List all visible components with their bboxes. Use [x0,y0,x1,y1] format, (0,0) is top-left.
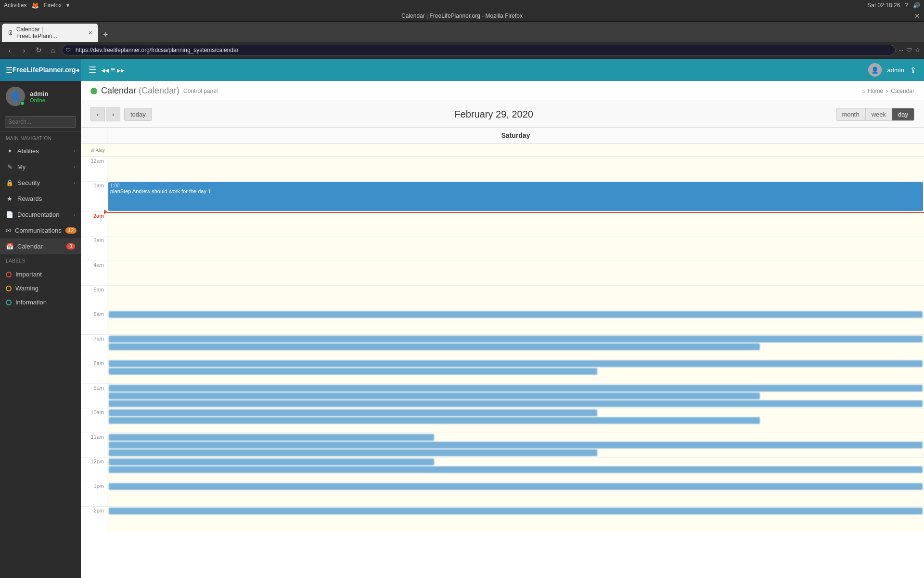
day-cell-9am[interactable] [107,384,924,408]
sidebar-item-documentation[interactable]: 📄 Documentation ‹ [0,207,81,223]
day-cell-6am[interactable] [107,310,924,334]
sidebar-item-calendar[interactable]: 📅 Calendar 3 [0,238,81,254]
new-tab-button[interactable]: + [99,28,112,42]
label-warning[interactable]: Warning [0,281,81,295]
day-cell-2am[interactable] [107,212,924,236]
day-cell-8am[interactable] [107,359,924,383]
day-cell-5am[interactable] [107,286,924,310]
calendar-event-1am[interactable]: 1:00 planStep Andrew should work for the… [108,182,923,211]
volume-icon[interactable]: 🔊 [913,2,920,9]
tab-favicon: 🗓 [8,29,13,36]
day-cell-1am[interactable]: 1:00 planStep Andrew should work for the… [107,182,924,211]
calendar-view-buttons: month week day [836,108,914,121]
breadcrumb-home[interactable]: Home [868,88,883,94]
time-row-8am: 8am [81,359,924,384]
address-input[interactable] [62,45,896,55]
blur-bar [109,400,923,407]
blurred-events-10am [107,408,924,425]
sidebar-item-label: Communications [15,227,62,234]
cal-today-button[interactable]: today [124,108,152,121]
blur-bar [109,442,923,448]
topbar-list-button[interactable]: ≡ [111,66,115,75]
page-status-dot [90,88,97,94]
address-bar: ‹ › ↻ ⌂ 🛡 ··· 🛡 ☆ [0,42,924,58]
blur-bar [109,385,923,392]
forward-button[interactable]: › [18,44,30,56]
sidebar-item-security[interactable]: 🔒 Security ‹ [0,175,81,191]
blur-bar [109,360,923,367]
nav-arrow-left[interactable]: ◂ [76,66,79,74]
tab-bar: 🗓 Calendar | FreeLifePlann... ✕ + [0,22,924,42]
nav-section-label: MAIN NAVIGATION [0,132,81,143]
label-important[interactable]: Important [0,267,81,281]
more-icon[interactable]: ··· [898,47,903,53]
day-cell-1pm[interactable] [107,482,924,506]
username: admin [30,90,48,97]
cal-day-button[interactable]: day [892,108,914,120]
topbar-back-button[interactable]: ◂◂ [101,66,109,75]
sidebar-item-abilities[interactable]: ✦ Abilities ‹ [0,143,81,159]
sidebar-item-communications[interactable]: ✉ Communications 12 [0,223,81,238]
sidebar-header: ☰ FreeLifePlanner.org ◂ ▸ [0,59,81,81]
time-row-11am: 11am [81,433,924,458]
nav-arrows: ◂ ▸ [76,66,81,74]
day-cell-11am[interactable] [107,433,924,457]
sidebar-item-my[interactable]: ✎ My ‹ [0,159,81,175]
active-tab[interactable]: 🗓 Calendar | FreeLifePlann... ✕ [2,24,98,42]
window-close-button[interactable]: ✕ [914,12,920,20]
blurred-events-9am [107,384,924,408]
day-cell-3am[interactable] [107,236,924,261]
cal-week-button[interactable]: week [866,108,892,120]
browser-titlebar: Calendar | FreeLifePlanner.org - Mozilla… [0,11,924,22]
time-label-7am: 7am [81,335,107,359]
chevron-icon: ‹ [74,212,75,217]
cal-prev-button[interactable]: ‹ [90,107,105,121]
topbar-admin-label: admin [887,66,904,74]
topbar-hamburger-icon[interactable]: ☰ [89,65,96,75]
all-day-label: all-day [81,144,107,157]
day-cell-2pm[interactable] [107,507,924,531]
day-cell-4am[interactable] [107,261,924,285]
calendar-header-row: Saturday [81,128,924,144]
user-section: 👤 admin Online [0,81,81,112]
blur-bar [109,336,923,342]
back-button[interactable]: ‹ [4,44,15,56]
firefox-label[interactable]: Firefox [44,2,62,9]
search-input[interactable] [5,116,76,128]
hamburger-icon[interactable]: ☰ [6,66,13,75]
star-icon[interactable]: ☆ [915,47,920,53]
day-cell-12am[interactable] [107,157,924,181]
day-cell-7am[interactable] [107,335,924,359]
blur-bar [109,449,597,456]
cal-next-button[interactable]: › [106,107,120,121]
sidebar-item-rewards[interactable]: ★ Rewards [0,191,81,207]
time-row-3am: 3am [81,236,924,261]
label-information[interactable]: Information [0,295,81,309]
firefox-menu-icon[interactable]: ▾ [66,2,69,9]
topbar-share-icon[interactable]: ⇪ [910,66,916,75]
documentation-icon: 📄 [6,211,13,218]
tab-close-button[interactable]: ✕ [88,30,92,36]
time-label-5am: 5am [81,286,107,310]
topbar-forward-button[interactable]: ▸▸ [117,66,125,75]
address-right-icons: ··· 🛡 ☆ [898,47,920,53]
day-cell-10am[interactable] [107,408,924,433]
calendar-icon: 📅 [6,243,13,250]
home-button[interactable]: ⌂ [47,44,59,56]
refresh-button[interactable]: ↻ [33,44,44,56]
activities-label[interactable]: Activities [4,2,26,9]
blur-bar [109,417,760,424]
blurred-events-12pm [107,458,924,474]
time-label-2pm: 2pm [81,507,107,531]
calendar-body[interactable]: Saturday all-day 12am 1am 1:00 planStep … [81,128,924,578]
calendar-day-header: Saturday [107,128,924,143]
calendar-nav-buttons: ‹ › [90,107,120,121]
time-label-1pm: 1pm [81,482,107,506]
time-row-12am: 12am [81,157,924,182]
page-subtitle: Control panel [183,88,218,94]
blurred-events-7am [107,335,924,351]
time-label-2am: 2am [81,212,107,236]
time-row-1pm: 1pm [81,482,924,507]
day-cell-12pm[interactable] [107,458,924,482]
cal-month-button[interactable]: month [836,108,866,120]
